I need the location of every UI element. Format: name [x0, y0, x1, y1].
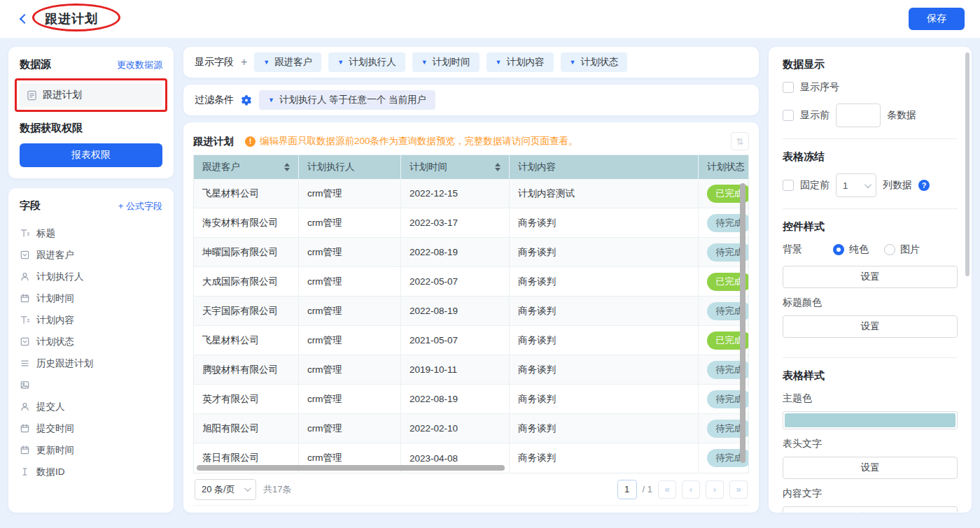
table-row[interactable]: 天宇国际有限公司 crm管理 2022-08-19 商务谈判 待完成 — [194, 297, 749, 326]
column-header[interactable]: 跟进客户 — [194, 155, 299, 179]
back-icon[interactable] — [15, 10, 34, 28]
panel-scrollbar[interactable] — [965, 52, 969, 276]
field-item[interactable] — [20, 374, 162, 396]
show-first-checkbox[interactable] — [783, 110, 794, 121]
cell-customer: 大成国际有限公司 — [194, 267, 299, 296]
report-permission-button[interactable]: 报表权限 — [20, 143, 162, 167]
field-item[interactable]: 跟进客户 — [20, 244, 162, 266]
field-item[interactable]: 计划状态 — [20, 331, 162, 352]
last-page-button[interactable]: » — [729, 480, 748, 499]
field-item[interactable]: 更新时间 — [20, 439, 162, 461]
cell-date: 2022-08-19 — [401, 385, 510, 413]
field-item-label: 计划执行人 — [36, 271, 84, 283]
table-row[interactable]: 坤曜国际有限公司 crm管理 2022-08-19 商务谈判 待完成 — [194, 238, 749, 267]
fix-count-value: 1 — [843, 180, 848, 191]
table-row[interactable]: 飞星材料公司 crm管理 2021-05-07 商务谈判 已完成 — [194, 326, 749, 355]
field-list: 标题 跟进客户 计划执行人 计划时间 计划内容 计划状态 — [20, 222, 162, 483]
table-row[interactable]: 旭阳有限公司 crm管理 2022-02-10 商务谈判 待完成 — [194, 414, 749, 443]
chevron-down-icon — [864, 181, 872, 188]
gear-icon[interactable] — [241, 94, 252, 106]
horizontal-scrollbar[interactable] — [197, 465, 505, 471]
row-count-input[interactable] — [836, 104, 881, 127]
cell-executor: crm管理 — [299, 208, 401, 237]
fix-columns-checkbox[interactable] — [783, 180, 794, 191]
column-header[interactable]: 计划时间 — [401, 155, 510, 179]
cell-executor: crm管理 — [299, 297, 401, 325]
fix-first-label: 固定前 — [800, 179, 830, 192]
save-button[interactable]: 保存 — [909, 8, 965, 30]
sort-icon[interactable] — [495, 163, 500, 171]
calendar-icon — [20, 445, 30, 455]
change-datasource-link[interactable]: 更改数据源 — [117, 59, 162, 71]
theme-color-swatch[interactable] — [783, 411, 958, 429]
table-row[interactable]: 飞星材料公司 crm管理 2022-12-15 计划内容测试 已完成 — [194, 179, 749, 208]
field-item[interactable]: 计划时间 — [20, 287, 162, 309]
column-header[interactable]: 计划内容 — [510, 155, 699, 179]
display-field-tag[interactable]: ▼计划内容 — [486, 52, 554, 72]
table-row[interactable]: 大成国际有限公司 crm管理 2022-05-07 商务谈判 已完成 — [194, 267, 749, 297]
cell-customer: 坤曜国际有限公司 — [194, 238, 299, 266]
first-page-button[interactable]: « — [658, 480, 676, 499]
display-field-tag[interactable]: ▼计划执行人 — [328, 52, 405, 72]
display-field-tag[interactable]: ▼跟进客户 — [254, 52, 321, 72]
column-header-label: 跟进客户 — [202, 161, 240, 173]
column-header[interactable]: 计划执行人 — [299, 155, 401, 179]
field-item[interactable]: 标题 — [20, 222, 162, 244]
field-item-label: 计划内容 — [36, 314, 74, 327]
field-item-label: 跟进客户 — [36, 249, 74, 262]
table-card: 跟进计划 ! 编辑界面只取数据源前200条作为查询数据预览，完整数据请访问页面查… — [183, 122, 759, 513]
warning-icon: ! — [245, 136, 255, 147]
page-size-value: 20 条/页 — [202, 483, 235, 496]
display-fields-label: 显示字段 — [195, 56, 234, 69]
cell-content: 商务谈判 — [510, 385, 699, 413]
add-field-icon[interactable]: + — [241, 56, 247, 69]
cell-content: 商务谈判 — [510, 267, 699, 296]
image-option[interactable]: 图片 — [884, 243, 920, 256]
current-page-box[interactable]: 1 — [617, 480, 637, 499]
background-set-button[interactable]: 设置 — [783, 266, 958, 288]
formula-field-link[interactable]: + 公式字段 — [118, 200, 162, 213]
field-item[interactable]: 计划执行人 — [20, 266, 162, 287]
solid-color-option[interactable]: 纯色 — [833, 243, 869, 256]
tag-label: 计划内容 — [507, 56, 545, 69]
vertical-scrollbar[interactable] — [740, 183, 746, 463]
table-row[interactable]: 英才有限公司 crm管理 2022-08-19 商务谈判 待完成 — [194, 385, 749, 414]
image-label: 图片 — [900, 243, 920, 256]
display-field-tag[interactable]: ▼计划时间 — [412, 52, 479, 72]
table-row[interactable]: 腾骏材料有限公司 crm管理 2019-10-11 商务谈判 待完成 — [194, 355, 749, 385]
fix-count-select[interactable]: 1 — [836, 173, 876, 197]
datasource-card: 数据源 更改数据源 跟进计划 数据获取权限 报表权限 — [8, 47, 174, 178]
background-label: 背景 — [783, 243, 833, 256]
display-field-tag[interactable]: ▼计划状态 — [561, 52, 628, 72]
header-text-label: 表头文字 — [783, 438, 958, 450]
field-item[interactable]: 提交人 — [20, 396, 162, 418]
show-index-checkbox[interactable] — [783, 82, 794, 93]
page-size-select[interactable]: 20 条/页 — [195, 479, 256, 500]
table-row[interactable]: 海安材料有限公司 crm管理 2022-03-17 商务谈判 待完成 — [194, 208, 749, 238]
field-item[interactable]: 提交时间 — [20, 418, 162, 439]
column-header-label: 计划内容 — [518, 161, 556, 173]
sort-order-button[interactable]: ⇅ — [731, 132, 749, 150]
field-item[interactable]: 计划内容 — [20, 309, 162, 331]
column-header[interactable]: 计划状态 — [699, 155, 749, 179]
title-color-set-button[interactable]: 设置 — [783, 315, 958, 338]
content-text-set-button[interactable]: 设置 — [783, 506, 958, 513]
field-item[interactable]: 数据ID — [20, 461, 162, 483]
filter-condition-tag[interactable]: ▼计划执行人 等于任意一个 当前用户 — [259, 90, 435, 110]
sort-icon[interactable] — [284, 163, 290, 171]
help-icon[interactable]: ? — [918, 180, 930, 191]
table-style-title: 表格样式 — [783, 369, 958, 383]
cell-customer: 天宇国际有限公司 — [194, 297, 299, 325]
datasource-item[interactable]: 跟进计划 — [20, 83, 162, 107]
next-page-button[interactable]: › — [706, 480, 724, 499]
field-item-label: 计划时间 — [36, 292, 74, 305]
prev-page-button[interactable]: ‹ — [682, 480, 700, 499]
field-item-label: 提交人 — [36, 401, 65, 413]
field-item-label: 数据ID — [36, 466, 65, 478]
title-color-label: 标题颜色 — [783, 297, 958, 309]
cell-content: 商务谈判 — [510, 355, 699, 384]
cell-executor: crm管理 — [299, 385, 401, 413]
field-item[interactable]: 历史跟进计划 — [20, 352, 162, 374]
pagination: 20 条/页 共17条 1 / 1 « ‹ › » — [193, 473, 749, 506]
header-text-set-button[interactable]: 设置 — [783, 457, 958, 479]
